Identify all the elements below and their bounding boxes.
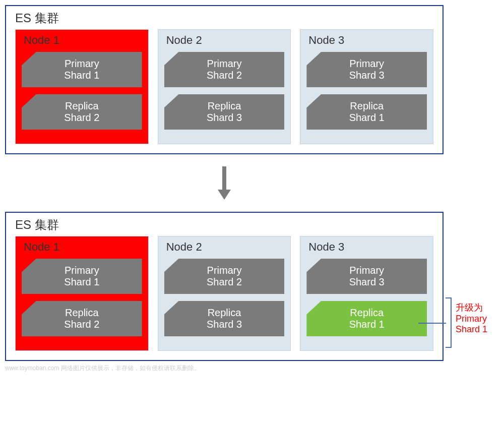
annotation-text: 升级为 Primary Shard 1 (456, 303, 487, 335)
shard-line1: Primary (207, 58, 242, 70)
shard-line1: Replica (350, 307, 384, 319)
node-title: Node 3 (308, 240, 427, 254)
node-3: Node 3 Primary Shard 3 Replica Shard 1 (300, 236, 433, 351)
arrow-down-icon (5, 165, 444, 201)
node-title: Node 2 (166, 34, 285, 47)
stage-before: ES 集群 Node 1 Primary Shard 1 Replica Sha… (5, 5, 499, 154)
shard-line2: Shard 3 (349, 276, 385, 288)
node-title: Node 1 (24, 34, 142, 47)
shard-line2: Shard 2 (64, 319, 99, 330)
shard-line1: Primary (349, 58, 384, 70)
watermark-text: www.toymoban.com 网络图片仅供展示，非存储，如有侵权请联系删除。 (5, 364, 444, 373)
cluster-title: ES 集群 (15, 10, 433, 26)
svg-marker-1 (218, 190, 231, 200)
shard-line1: Replica (65, 100, 99, 112)
node-1: Node 1 Primary Shard 1 Replica Shard 2 (15, 29, 149, 144)
shard-line1: Primary (65, 58, 99, 70)
node-1: Node 1 Primary Shard 1 Replica Shard 2 (15, 236, 149, 351)
shard-line2: Shard 2 (207, 276, 242, 288)
shard-line2: Shard 2 (64, 112, 99, 124)
shard-line1: Replica (208, 100, 241, 112)
shard: Primary Shard 2 (164, 259, 285, 294)
shard: Replica Shard 2 (22, 301, 142, 336)
shard-line2: Shard 1 (64, 70, 99, 81)
shard-line1: Primary (65, 265, 99, 276)
annotation-line: 升级为 (456, 303, 487, 314)
shard-line2: Shard 3 (207, 112, 242, 124)
node-title: Node 3 (308, 34, 427, 47)
shard-line2: Shard 1 (64, 276, 99, 288)
nodes-row: Node 1 Primary Shard 1 Replica Shard 2 N… (15, 29, 433, 144)
shard: Replica Shard 3 (164, 94, 285, 130)
shard-line2: Shard 3 (207, 319, 242, 330)
shard-line2: Shard 1 (349, 319, 385, 330)
cluster-box-after: ES 集群 Node 1 Primary Shard 1 Replica Sha… (5, 212, 444, 361)
shard: Replica Shard 3 (164, 301, 285, 336)
node-title: Node 1 (24, 240, 142, 254)
shard: Replica Shard 1 (306, 94, 427, 130)
annotation-line: Primary (456, 314, 487, 325)
node-3: Node 3 Primary Shard 3 Replica Shard 1 (300, 29, 433, 144)
shard-line1: Primary (349, 265, 384, 276)
shard-line1: Replica (208, 307, 241, 319)
stage-after: ES 集群 Node 1 Primary Shard 1 Replica Sha… (5, 212, 499, 361)
shard: Replica Shard 2 (22, 94, 142, 130)
shard-line2: Shard 1 (349, 112, 385, 124)
cluster-box-before: ES 集群 Node 1 Primary Shard 1 Replica Sha… (5, 5, 444, 154)
shard-line2: Shard 3 (349, 70, 385, 81)
shard: Primary Shard 1 (22, 259, 142, 294)
shard: Primary Shard 2 (164, 52, 285, 87)
shard-promoted: Replica Shard 1 (306, 301, 427, 336)
shard: Primary Shard 1 (22, 52, 142, 87)
cluster-title: ES 集群 (15, 217, 433, 233)
node-2: Node 2 Primary Shard 2 Replica Shard 3 (158, 236, 291, 351)
annotation-connector (418, 323, 446, 324)
shard-line1: Primary (207, 265, 242, 276)
shard-line1: Replica (65, 307, 99, 319)
shard: Primary Shard 3 (306, 259, 427, 294)
annotation-line: Shard 1 (456, 324, 487, 335)
nodes-row: Node 1 Primary Shard 1 Replica Shard 2 N… (15, 236, 433, 351)
node-2: Node 2 Primary Shard 2 Replica Shard 3 (158, 29, 291, 144)
shard-line2: Shard 2 (207, 70, 242, 81)
annotation-bracket (446, 297, 452, 348)
node-title: Node 2 (166, 240, 285, 254)
shard-line1: Replica (350, 100, 384, 112)
shard: Primary Shard 3 (306, 52, 427, 87)
